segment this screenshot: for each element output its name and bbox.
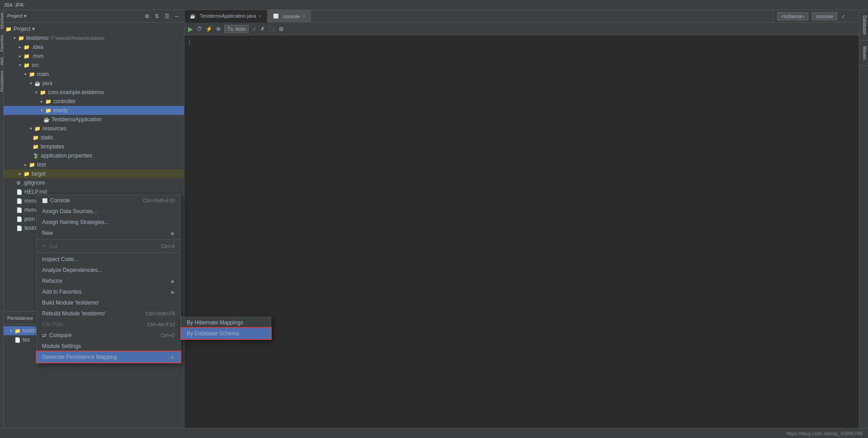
status-url: https://blog.csdn.net/qq_42805749 xyxy=(786,431,863,436)
menu-item-generate-persistence[interactable]: Generate Persistence Mapping ▶ xyxy=(37,352,180,362)
editor-tabs: ☕ TestdemoApplication.java × ⬜ console × xyxy=(184,10,859,23)
clock-button[interactable]: ⏱ xyxy=(197,26,202,32)
tree-label-com-example: com.example.testdemo xyxy=(48,89,104,95)
run-button[interactable]: ▶ xyxy=(188,25,193,33)
refactor-arrow-icon: ▶ xyxy=(171,279,175,284)
menu-item-cut: ✂ Cut Ctrl+X xyxy=(37,241,180,252)
menu-label-add-to-favorites: Add to Favorites xyxy=(42,289,81,295)
tree-item-src[interactable]: ▾ 📁 src xyxy=(4,61,184,70)
tree-item-idea[interactable]: ▸ 📁 .idea xyxy=(4,43,184,52)
console-label[interactable]: console xyxy=(812,12,837,20)
menu-item-refactor[interactable]: Refactor ▶ xyxy=(37,276,180,286)
tree-item-app-properties[interactable]: 🍃 application.properties xyxy=(4,151,184,160)
table-icon[interactable]: ⊞ xyxy=(279,26,283,32)
close-tab-console[interactable]: × xyxy=(303,14,306,19)
tree-item-project[interactable]: 📁 Project ▾ xyxy=(4,24,184,33)
tab-label-console: console xyxy=(283,14,300,19)
connection-ok-icon: ✓ xyxy=(841,13,846,20)
tree-label-project: Project ▾ xyxy=(14,26,35,32)
tree-item-testdemo[interactable]: ▾ 📁 testdemo F:\wamp64\www\testdemo xyxy=(4,33,184,43)
settings-icon[interactable]: ☰ xyxy=(163,13,170,20)
menu-item-compare[interactable]: ⇄ Compare Ctrl+D xyxy=(37,330,180,341)
stop-icon[interactable]: ⬛ xyxy=(269,26,275,32)
menu-item-assign-datasources[interactable]: Assign Data Sources... xyxy=(37,206,180,217)
menu-item-file-path: File Path Ctrl+Alt+F12 xyxy=(37,319,180,330)
tree-item-java[interactable]: ▾ ☕ java xyxy=(4,79,184,88)
cross-icon[interactable]: ✗ xyxy=(260,26,265,32)
tree-label-test: test xyxy=(37,162,46,168)
schema-selector[interactable]: <schema> xyxy=(777,12,808,20)
close-tab-testdemo[interactable]: × xyxy=(259,14,262,19)
tab-testdemo-app[interactable]: ☕ TestdemoApplication.java × xyxy=(184,10,268,23)
console-icon: ⬜ xyxy=(42,198,47,203)
menu-item-console[interactable]: ⬜ Console Ctrl+Shift+F10 xyxy=(37,195,180,206)
tree-label-idea: .idea xyxy=(32,44,43,50)
menu-shortcut-console: Ctrl+Shift+F10 xyxy=(143,198,175,203)
tree-item-testdemo-app[interactable]: ☕ TestdemoApplication xyxy=(4,115,184,124)
minimize-icon[interactable]: ─ xyxy=(173,13,180,20)
menu-separator-1 xyxy=(37,239,180,240)
line-number-1: 1 xyxy=(188,39,191,45)
tx-auto-selector[interactable]: Tx: Auto xyxy=(224,25,249,33)
tree-item-gitignore[interactable]: ⚙ .gitignore xyxy=(4,178,184,187)
submenu-item-by-hibernate[interactable]: By Hibernate Mappings xyxy=(181,317,271,328)
submenu-label-by-hibernate: By Hibernate Mappings xyxy=(187,319,243,326)
project-dropdown[interactable]: Project ▾ xyxy=(7,13,27,19)
menu-label-assign-datasources: Assign Data Sources... xyxy=(42,208,97,214)
database-tab[interactable]: Database xyxy=(859,10,868,41)
tree-label-java: java xyxy=(42,80,52,86)
editor-content: 1 xyxy=(184,35,859,438)
menu-label-assign-naming: Assign Naming Strategies... xyxy=(42,219,109,225)
menu-label-inspect-code: Inspect Code... xyxy=(42,256,79,262)
tree-label-eneity: eneity xyxy=(53,107,68,114)
menu-item-analyze-deps[interactable]: Analyze Dependencies... xyxy=(37,265,180,276)
tree-label-mvn: .mvn xyxy=(32,53,43,59)
menu-item-add-to-favorites[interactable]: Add to Favorites ▶ xyxy=(37,286,180,297)
context-menu: ⬜ Console Ctrl+Shift+F10 Assign Data Sou… xyxy=(36,195,181,363)
project-panel-header: Project ▾ ⚙ ⇅ ☰ ─ xyxy=(4,10,184,23)
generate-arrow-icon: ▶ xyxy=(171,355,175,360)
tree-label-gitignore: .gitignore xyxy=(23,180,45,186)
new-arrow-icon: ▶ xyxy=(171,231,175,236)
tree-label-src: src xyxy=(32,62,39,68)
tree-item-target[interactable]: ▸ 📁 target xyxy=(4,169,184,178)
tree-label-testdemo-app: TestdemoApplication xyxy=(52,116,102,123)
menu-item-new[interactable]: New ▶ xyxy=(37,228,180,238)
tree-item-main[interactable]: ▾ 📁 main xyxy=(4,70,184,79)
menu-item-module-settings[interactable]: Module Settings xyxy=(37,341,180,352)
tree-item-test[interactable]: ▸ 📁 test xyxy=(4,160,184,169)
tree-item-templates[interactable]: 📁 templates xyxy=(4,142,184,151)
scissors-icon: ✂ xyxy=(42,243,47,249)
tree-label-help-md: HELP.md xyxy=(24,189,47,195)
menu-item-inspect-code[interactable]: Inspect Code... xyxy=(37,254,180,265)
menu-item-build-module[interactable]: Build Module 'testdemo' xyxy=(37,297,180,308)
tree-label-app-properties: application.properties xyxy=(41,152,92,159)
project-dropdown-arrow[interactable]: ▾ xyxy=(24,13,27,19)
tree-item-controller[interactable]: ▸ 📁 controller xyxy=(4,97,184,106)
tree-item-static[interactable]: 📁 static xyxy=(4,133,184,142)
submenu-label-by-database: By Database Schema xyxy=(187,330,239,337)
tab-console[interactable]: ⬜ console × xyxy=(268,10,311,23)
lightning-button[interactable]: ⚡ xyxy=(206,26,212,32)
menu-item-rebuild-module[interactable]: Rebuild Module 'testdemo' Ctrl+Shift+F9 xyxy=(37,308,180,319)
right-sidebar: Database Maven xyxy=(859,10,868,438)
tab-label-testdemo-app: TestdemoApplication.java xyxy=(200,13,256,19)
maven-tab[interactable]: Maven xyxy=(859,41,868,66)
tree-item-mvn[interactable]: ▸ 📁 .mvn xyxy=(4,52,184,61)
tree-item-com-example[interactable]: ▾ 📁 com.example.testdemo xyxy=(4,88,184,97)
submenu-generate: By Hibernate Mappings By Database Schema xyxy=(181,317,271,339)
check-icon: ✓ xyxy=(252,26,257,32)
tree-label-main: main xyxy=(37,71,49,77)
sort-icon[interactable]: ⇅ xyxy=(153,13,160,20)
tree-item-eneity[interactable]: ▾ 📁 eneity xyxy=(4,106,184,115)
menu-shortcut-cut: Ctrl+X xyxy=(161,243,175,249)
menu-item-assign-naming[interactable]: Assign Naming Strategies... xyxy=(37,217,180,228)
tree-item-resources[interactable]: ▾ 📁 resources xyxy=(4,124,184,133)
menu-separator-2 xyxy=(37,252,180,253)
submenu-item-by-database[interactable]: By Database Schema xyxy=(181,328,271,339)
gear-icon[interactable]: ⚙ xyxy=(143,13,151,20)
arrow-button[interactable]: ⊕ xyxy=(216,26,221,32)
title-bar: JBA 'JPA' xyxy=(0,0,868,10)
menu-label-rebuild-module: Rebuild Module 'testdemo' xyxy=(42,310,106,317)
status-bar: https://blog.csdn.net/qq_42805749 xyxy=(0,428,868,438)
